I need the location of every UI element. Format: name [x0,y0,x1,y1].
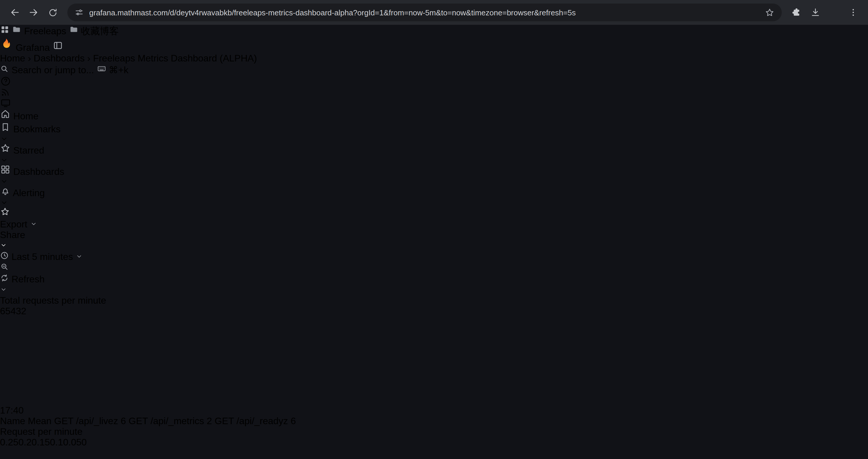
breadcrumb: Home › Dashboards › Freeleaps Metrics Da… [0,53,868,64]
downloads-button[interactable] [807,4,824,21]
url-text[interactable]: grafana.mathmast.com/d/deytv4rwavabkb/fr… [89,8,759,17]
browser-toolbar: grafana.mathmast.com/d/deytv4rwavabkb/fr… [0,0,868,25]
back-button[interactable] [6,4,24,21]
header-icons [0,76,868,109]
legend-series-name[interactable]: GET /api/_livez [54,416,118,426]
sidebar-label: Bookmarks [13,124,61,134]
x-axis: 17:40 [0,405,868,416]
url-bar[interactable]: grafana.mathmast.com/d/deytv4rwavabkb/fr… [67,4,782,21]
site-settings-icon[interactable] [74,8,84,17]
sidebar: Home Bookmarks Starred Dashboards Alerti… [0,109,868,207]
chevron-down-icon[interactable] [0,177,868,186]
sidebar-toggle-button[interactable] [52,40,63,51]
sidebar-item-home[interactable]: Home [0,109,868,122]
chevron-down-icon[interactable] [0,156,868,164]
screen: grafana.mathmast.com/d/deytv4rwavabkb/fr… [0,0,868,459]
legend-header-mean[interactable]: Mean [28,416,52,426]
panel-title[interactable]: Request per minute [0,427,868,437]
refresh-button[interactable]: Refresh [0,273,868,285]
forward-arrow-icon [28,7,39,18]
y-axis: 0.250.20.150.10.050 [0,437,868,448]
home-icon [0,109,11,119]
legend-series-name[interactable]: GET /api/_metrics [128,416,204,426]
sidebar-label: Home [13,111,38,121]
time-range-label: Last 5 minutes [11,252,73,262]
sidebar-item-alerting[interactable]: Alerting [0,186,868,207]
extensions-button[interactable] [788,4,805,21]
sidebar-item-bookmarks[interactable]: Bookmarks [0,122,868,143]
bookmark-icon [0,122,11,132]
dashboard-canvas: Total requests per minute 65432 17:40 [0,295,868,459]
caret-down-icon [75,253,83,260]
search-input[interactable]: Search or jump to... ⌘+k [0,64,868,76]
grafana-logo-icon[interactable] [0,38,13,51]
bookmarks-bar: Freeleaps 收藏博客 [0,25,868,38]
caret-down-icon [0,241,7,249]
reload-icon [48,7,58,18]
search-shortcut-keys: ⌘+k [109,65,128,75]
back-arrow-icon [9,7,20,18]
chevron-down-icon[interactable] [0,135,868,143]
time-series-plot[interactable] [0,317,868,405]
help-button[interactable] [0,76,868,87]
refresh-icon [0,273,9,282]
bell-icon [0,186,11,196]
legend-value: 6 [291,416,296,426]
export-label: Export [0,219,28,229]
search-shortcut: ⌘+k [97,65,128,75]
zoom-out-button[interactable] [0,262,868,273]
sidebar-label: Starred [13,145,44,155]
refresh-interval-caret[interactable] [0,285,868,295]
clock-icon [0,251,9,260]
legend-header-name[interactable]: Name [0,416,25,426]
bookmark-star-icon[interactable] [765,7,775,18]
zoom-out-icon [0,262,9,271]
browser-menu-button[interactable] [844,4,862,21]
breadcrumb-separator: › [87,53,90,63]
breadcrumb-current[interactable]: Freeleaps Metrics Dashboard (ALPHA) [93,53,257,63]
browser-profile-button[interactable] [826,4,843,21]
share-split-button: Share [0,230,868,251]
refresh-label: Refresh [11,274,44,284]
refresh-group: Refresh [0,273,868,295]
kebab-menu-icon [848,8,858,17]
legend-series-name[interactable]: GET /api/_readyz [215,416,288,426]
time-range-button[interactable]: Last 5 minutes [0,251,868,262]
breadcrumb-home[interactable]: Home [0,53,25,63]
reload-button[interactable] [44,4,61,21]
sidebar-item-dashboards[interactable]: Dashboards [0,164,868,186]
grafana-body: Home Bookmarks Starred Dashboards Alerti… [0,109,868,459]
export-button[interactable]: Export [0,219,868,230]
bar-chart-plot[interactable] [0,448,868,459]
bookmark-item-blogs[interactable]: 收藏博客 [69,26,119,36]
search-icon [0,64,9,73]
y-axis: 65432 [0,306,868,317]
keyboard-icon [97,64,106,73]
browser-profile-avatar [827,5,841,20]
folder-icon [69,25,78,34]
caret-down-icon [0,286,7,293]
bookmark-label: Freeleaps [24,26,66,36]
monitor-button[interactable] [0,97,868,109]
grafana-brand: Grafana [0,38,868,53]
download-icon [810,7,821,18]
bookmark-item-freeleaps[interactable]: Freeleaps [12,26,69,36]
apps-grid-icon[interactable] [0,25,9,34]
favorite-star-button[interactable] [0,207,10,217]
forward-button[interactable] [25,4,42,21]
legend-value: 2 [207,416,212,426]
chevron-down-icon[interactable] [0,198,868,207]
search-placeholder: Search or jump to... [11,65,94,75]
sidebar-label: Alerting [13,188,45,198]
share-label: Share [0,230,25,240]
share-caret-button[interactable] [0,240,868,251]
share-button[interactable]: Share [0,230,868,240]
news-rss-button[interactable] [0,87,868,97]
breadcrumb-dashboards[interactable]: Dashboards [34,53,85,63]
time-range-group: Last 5 minutes [0,251,868,273]
sidebar-item-starred[interactable]: Starred [0,143,868,164]
sidebar-label: Dashboards [13,167,64,177]
grafana-header: Grafana Home › Dashboards › Freeleaps Me… [0,38,868,109]
time-controls: Last 5 minutes Refresh [0,251,868,295]
panel-title[interactable]: Total requests per minute [0,295,868,306]
